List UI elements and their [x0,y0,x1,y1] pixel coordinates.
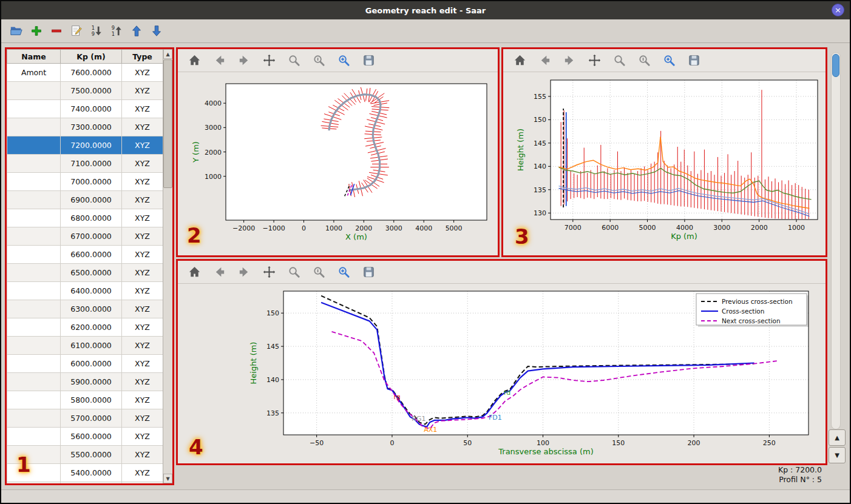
profile-row[interactable]: 6400.0000XYZ [7,282,163,300]
zoom-in-button[interactable] [336,264,351,280]
forward-button[interactable] [236,53,252,69]
plan-plot-canvas[interactable]: −2000−1000010002000300040005000100020003… [178,72,498,255]
cell-kp: 7100.0000 [61,155,122,173]
longitudinal-profile-panel: 7000600050004000300020001000130135140145… [501,47,827,257]
svg-text:1: 1 [92,25,95,31]
move-up-button[interactable] [129,23,144,39]
svg-text:Transverse abscissa (m): Transverse abscissa (m) [498,447,594,456]
profile-row[interactable]: 7000.0000XYZ [7,173,163,191]
zoom-icon [287,265,301,279]
edit-profile-button[interactable] [69,23,84,39]
remove-profile-button[interactable] [49,23,64,39]
move-up-icon [130,24,143,38]
profile-row[interactable]: 7200.0000XYZ [7,136,163,155]
save-button[interactable] [361,53,376,69]
cell-type: XYZ [122,155,163,173]
svg-text:50: 50 [463,439,472,447]
sort-ascending-button[interactable]: 19 [89,23,104,39]
back-button[interactable] [211,264,227,280]
profile-row[interactable]: 5600.0000XYZ [7,428,163,446]
open-file-button[interactable] [8,23,24,39]
table-scroll-down-button[interactable]: ▼ [163,474,172,483]
zoom-in-button[interactable] [661,53,677,69]
forward-button[interactable] [561,53,577,69]
cell-name [7,264,61,282]
pan-button[interactable] [261,53,277,69]
table-header-row: Name Kp (m) Type [7,50,163,64]
sort-descending-button[interactable]: 91 [109,23,124,39]
zoom-button[interactable] [286,264,302,280]
right-scrollbar[interactable] [831,52,841,429]
cell-kp: 6800.0000 [61,209,122,227]
profile-row[interactable]: 6600.0000XYZ [7,246,163,264]
profile-row[interactable]: 6500.0000XYZ [7,264,163,282]
main-area: Name Kp (m) Type Amont7600.0000XYZ7500.0… [1,43,850,490]
profile-row[interactable]: 6100.0000XYZ [7,337,163,355]
profile-down-button[interactable]: ▼ [829,447,846,463]
home-button[interactable] [186,264,202,280]
move-down-button[interactable] [149,23,164,39]
home-button[interactable] [186,53,202,69]
title-bar[interactable]: Geometry reach edit - Saar × [1,1,850,19]
cell-name [7,355,61,373]
longitudinal-plot-canvas[interactable]: 7000600050004000300020001000130135140145… [503,72,826,255]
profile-row[interactable]: 5700.0000XYZ [7,409,163,428]
zoom-button[interactable] [286,53,302,69]
back-button[interactable] [211,53,227,69]
pan-button[interactable] [586,53,602,69]
save-button[interactable] [361,264,376,280]
profile-row[interactable]: 7500.0000XYZ [7,82,163,100]
profile-row[interactable]: 5300.0000XYZ [7,482,163,484]
home-button[interactable] [512,53,527,69]
svg-text:9: 9 [112,25,115,31]
profiles-table-body: Amont7600.0000XYZ7500.0000XYZ7400.0000XY… [7,64,163,484]
profile-up-button[interactable]: ▲ [829,429,846,446]
forward-button[interactable] [236,264,252,280]
cell-kp: 5800.0000 [61,391,122,409]
profile-row[interactable]: 7400.0000XYZ [7,100,163,118]
profile-row[interactable]: 6200.0000XYZ [7,318,163,337]
table-scroll-up-button[interactable]: ▲ [163,49,172,59]
table-scrollbar[interactable]: ▲ ▼ [163,49,172,483]
back-button[interactable] [537,53,552,69]
save-button[interactable] [686,53,702,69]
zoom-in-icon [337,265,351,279]
cross-section-plot-canvas[interactable]: −50050100150200250135140145150Transverse… [178,284,826,463]
profile-row[interactable]: 5800.0000XYZ [7,391,163,409]
profile-row[interactable]: 6900.0000XYZ [7,191,163,209]
right-scrollbar-thumb[interactable] [832,54,839,77]
cell-type: XYZ [122,409,163,428]
profile-row[interactable]: 6700.0000XYZ [7,227,163,246]
svg-text:rd: rd [504,389,510,397]
close-button[interactable]: × [832,4,844,16]
profile-row[interactable]: 6300.0000XYZ [7,300,163,318]
svg-text:200: 200 [688,439,700,447]
add-profile-button[interactable] [29,23,44,39]
svg-text:135: 135 [534,186,546,194]
cell-name [7,282,61,300]
zoom-in-button[interactable] [336,53,351,69]
save-icon [687,53,701,67]
cell-kp: 6000.0000 [61,355,122,373]
inspect-button[interactable] [636,53,652,69]
profile-row[interactable]: 6000.0000XYZ [7,355,163,373]
pan-button[interactable] [261,264,277,280]
inspect-icon [312,53,326,67]
svg-text:rg: rg [393,393,400,401]
cell-name [7,428,61,446]
profile-row[interactable]: 7300.0000XYZ [7,118,163,136]
cell-name [7,209,61,227]
svg-text:135: 135 [266,409,279,417]
profile-row[interactable]: Amont7600.0000XYZ [7,64,163,82]
cell-kp: 6500.0000 [61,264,122,282]
profile-row[interactable]: 6800.0000XYZ [7,209,163,227]
inspect-button[interactable] [311,53,327,69]
profile-row[interactable]: 5900.0000XYZ [7,373,163,391]
inspect-button[interactable] [311,264,327,280]
triangle-down-icon: ▼ [166,476,169,482]
profile-row[interactable]: 7100.0000XYZ [7,155,163,173]
status-bar [1,489,850,503]
zoom-button[interactable] [611,53,627,69]
table-scrollbar-thumb[interactable] [163,59,172,188]
zoom-icon [612,53,626,67]
